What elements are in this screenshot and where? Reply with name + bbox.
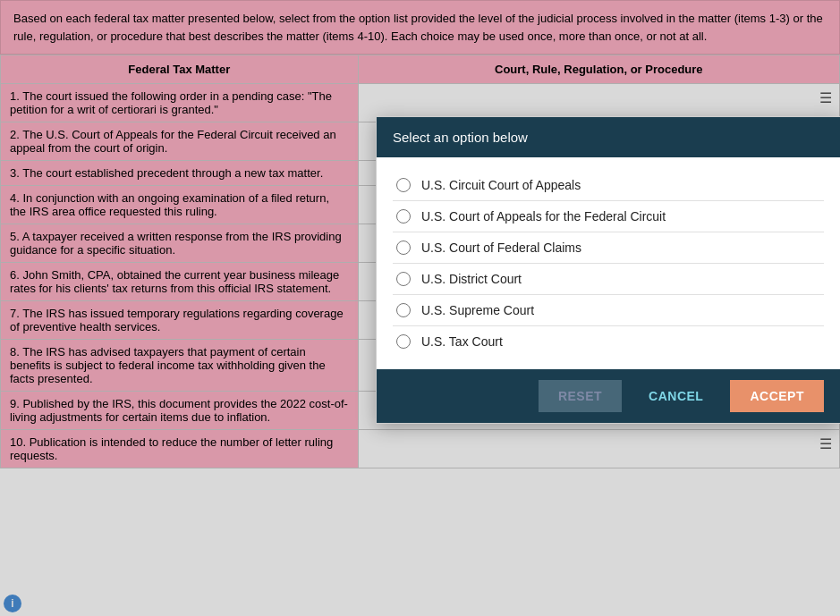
cancel-button[interactable]: CANCEL: [629, 380, 723, 412]
radio-label-2: U.S. Court of Federal Claims: [421, 240, 581, 255]
radio-label-3: U.S. District Court: [421, 272, 522, 286]
radio-label-5: U.S. Tax Court: [421, 334, 503, 349]
reset-button[interactable]: RESET: [539, 380, 622, 412]
modal-header: Select an option below: [377, 117, 840, 157]
modal-title: Select an option below: [393, 130, 528, 145]
radio-option-0[interactable]: U.S. Circuit Court of Appeals: [393, 170, 824, 201]
radio-label-0: U.S. Circuit Court of Appeals: [421, 178, 581, 192]
main-content: Based on each federal tax matter present…: [0, 0, 840, 616]
radio-input-1[interactable]: [396, 209, 411, 224]
radio-option-2[interactable]: U.S. Court of Federal Claims: [393, 232, 824, 264]
radio-input-4[interactable]: [396, 303, 411, 317]
modal-body: U.S. Circuit Court of AppealsU.S. Court …: [377, 157, 840, 369]
radio-label-4: U.S. Supreme Court: [421, 303, 534, 317]
radio-option-1[interactable]: U.S. Court of Appeals for the Federal Ci…: [393, 201, 824, 232]
radio-label-1: U.S. Court of Appeals for the Federal Ci…: [421, 209, 666, 224]
radio-option-4[interactable]: U.S. Supreme Court: [393, 295, 824, 326]
option-select-modal: Select an option below U.S. Circuit Cour…: [376, 116, 840, 424]
modal-footer: RESET CANCEL ACCEPT: [377, 369, 840, 423]
radio-input-0[interactable]: [396, 178, 411, 192]
radio-input-5[interactable]: [396, 334, 411, 349]
accept-button[interactable]: ACCEPT: [730, 380, 824, 412]
radio-input-2[interactable]: [396, 240, 411, 255]
radio-input-3[interactable]: [396, 272, 411, 286]
radio-option-5[interactable]: U.S. Tax Court: [393, 326, 824, 357]
radio-option-3[interactable]: U.S. District Court: [393, 264, 824, 295]
